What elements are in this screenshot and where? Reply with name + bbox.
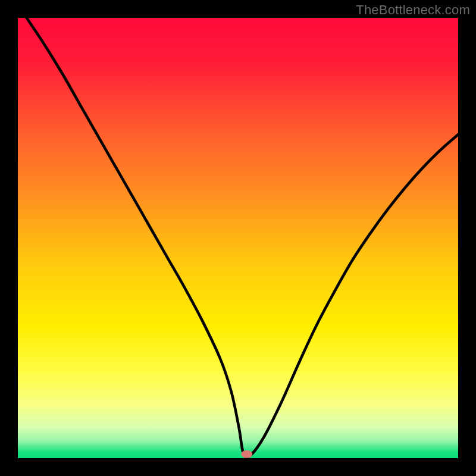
plot-svg (18, 18, 458, 458)
optimal-point-marker (241, 450, 252, 458)
plot-area (18, 18, 458, 458)
gradient-background (18, 18, 458, 458)
watermark-text: TheBottleneck.com (356, 2, 470, 18)
chart-frame: TheBottleneck.com (0, 0, 476, 476)
